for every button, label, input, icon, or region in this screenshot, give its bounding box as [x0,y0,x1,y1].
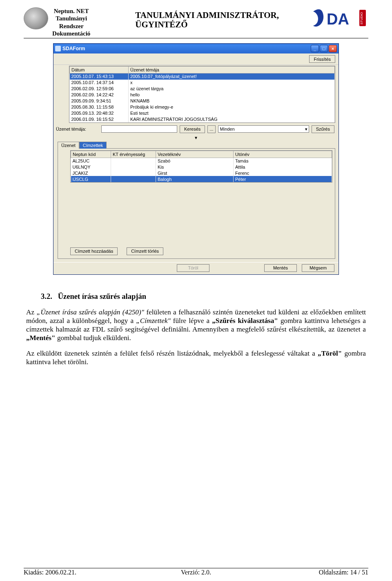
filter-select[interactable]: Minden [218,125,309,133]
cell-date: 2005.08.30. 11:15:58 [70,104,129,110]
section-heading: 3.2. Üzenet írása szűrés alapján [26,292,366,301]
svg-text:DA: DA [327,11,349,28]
cell-date: 2005.10.07. 15:43:13 [70,73,129,80]
cell-lastname: Szabó [156,158,234,164]
search-button[interactable]: Keresés [180,125,205,133]
cell-lastname: Balogh [156,176,234,182]
section-number: 3.2. [41,292,52,301]
filter-select-value: Minden [220,127,235,131]
tab-panel-recipients: Neptun kód KT érvényesség Vezetéknév Utó… [58,149,335,259]
table-row[interactable]: 2005.10.07. 14:37:14x [70,80,335,86]
cell-date: 2006.02.09. 12:59:06 [70,86,129,92]
table-row[interactable]: 2006.01.09. 16:15:52KARI ADMINISZTRÁTORI… [70,116,335,122]
cell-lastname: Kis [156,164,234,170]
cell-subject: Próbáljuk ki elmegy-e [129,104,335,110]
sda-logo: DA STUDIO [311,7,368,29]
search-input[interactable] [101,125,177,133]
toolbar: Frissítés [53,53,339,65]
header-title-line2: ÜGYINTÉZŐ [135,20,307,29]
app-logo-left [24,7,48,29]
table-row[interactable]: AL25UCSzabóTamás [71,158,332,164]
paragraph-1: Az „Üzenet írása szűrés alapján (4250)" … [26,308,366,343]
cell-kt [111,158,156,164]
table-row[interactable]: 2006.02.09. 14:22:42hello [70,92,335,98]
col-header-neptun[interactable]: Neptun kód [71,151,111,158]
window-title: SDAForm [62,46,311,51]
table-row[interactable]: 2005.08.30. 11:15:58Próbáljuk ki elmegy-… [70,104,335,110]
col-header-date[interactable]: Dátum [70,67,129,73]
maximize-button[interactable]: □ [320,45,328,52]
cell-firstname: Ferenc [234,170,332,176]
col-header-firstname[interactable]: Utónév [234,151,332,158]
cell-subject: KARI ADMINISZTRÁTORI JOGOSULTSÁG [129,116,335,122]
window-app-icon [55,46,61,51]
cell-neptun: AL25UC [71,158,111,164]
header-line3: Rendszer [52,22,90,30]
cell-neptun: IJSCLG [71,176,111,182]
cell-subject: x [129,80,335,86]
tab-message[interactable]: Üzenet [58,142,79,149]
cell-kt [111,170,156,176]
recipients-grid[interactable]: Neptun kód KT érvényesség Vezetéknév Utó… [70,150,332,183]
cell-subject: 2005.10.07_fotópályázat_üzenet! [129,73,335,80]
table-row[interactable]: U6LNQYKisAttila [71,164,332,170]
cell-firstname: Tamás [234,158,332,164]
cancel-button[interactable]: Mégsem [302,264,334,272]
footer-page-number: Oldalszám: 14 / 51 [254,569,368,576]
footer-version: Verzió: 2.0. [138,569,253,576]
table-row[interactable]: 2005.09.13. 20:48:32Esti teszt [70,110,335,116]
save-button[interactable]: Mentés [264,264,297,272]
cell-date: 2006.01.09. 16:15:52 [70,116,129,122]
footer-date: Kiadás: 2006.02.21. [24,569,138,576]
splitter-arrow-icon[interactable]: ▼ [53,136,339,141]
embedded-screenshot: SDAForm _ □ × Frissítés Dátum Üzenet tém… [53,43,339,275]
table-row[interactable]: IJSCLGBaloghPéter [71,176,332,182]
cell-subject: Esti teszt [129,110,335,116]
cell-date: 2005.10.07. 14:37:14 [70,80,129,86]
window-titlebar[interactable]: SDAForm _ □ × [53,44,339,53]
cell-date: 2005.09.09. 9:34:51 [70,98,129,104]
cell-firstname: Péter [234,176,332,182]
section-title: Üzenet írása szűrés alapján [58,292,146,301]
table-row[interactable]: 2005.09.09. 9:34:51NKNAMB [70,98,335,104]
close-button[interactable]: × [329,45,337,52]
tabs: Üzenet Címzettek [58,141,335,149]
cell-date: 2006.02.09. 14:22:42 [70,92,129,98]
cell-subject: az üzenet tárgya [129,86,335,92]
header-left-block: Neptun. NET Tanulmányi Rendszer Dokument… [52,7,90,37]
minimize-button[interactable]: _ [311,45,319,52]
cell-subject: hello [129,92,335,98]
cell-lastname: Girst [156,170,234,176]
header-title-line1: TANULMÁNYI ADMINISZTRÁTOR, [135,11,307,20]
col-header-lastname[interactable]: Vezetéknév [156,151,234,158]
tab-recipients[interactable]: Címzettek [79,142,107,149]
document-footer: Kiadás: 2006.02.21. Verzió: 2.0. Oldalsz… [24,568,368,576]
delete-button[interactable]: Töröl [177,264,209,272]
svg-text:STUDIO: STUDIO [360,12,363,24]
remove-recipient-button[interactable]: Címzett törlés [127,247,163,255]
table-row[interactable]: 2005.10.07. 15:43:132005.10.07_fotópályá… [70,73,335,80]
document-header: Neptun. NET Tanulmányi Rendszer Dokument… [24,7,368,38]
cell-firstname: Attila [234,164,332,170]
paragraph-2: Az elküldött üzenetek szintén a felület … [26,349,366,367]
header-line4: Dokumentáció [52,30,90,37]
table-row[interactable]: 2006.02.09. 12:59:06az üzenet tárgya [70,86,335,92]
col-header-subject[interactable]: Üzenet témája [129,67,335,73]
header-line2: Tanulmányi [52,15,90,22]
search-label: Üzenet témája: [56,127,99,131]
app-window: SDAForm _ □ × Frissítés Dátum Üzenet tém… [53,43,339,275]
cell-date: 2005.09.13. 20:48:32 [70,110,129,116]
messages-grid[interactable]: Dátum Üzenet témája 2005.10.07. 15:43:13… [69,66,335,123]
cell-subject: NKNAMB [129,98,335,104]
table-row[interactable]: JCAKIZGirstFerenc [71,170,332,176]
cell-kt [111,176,156,182]
refresh-button[interactable]: Frissítés [309,55,335,63]
filter-button[interactable]: Szűrés [312,125,334,133]
add-recipient-button[interactable]: Címzett hozzáadás [70,247,118,255]
search-row: Üzenet témája: Keresés ... Minden Szűrés [53,123,339,136]
col-header-kt[interactable]: KT érvényesség [111,151,156,158]
search-ellipsis-button[interactable]: ... [207,125,215,133]
cell-neptun: JCAKIZ [71,170,111,176]
cell-kt [111,164,156,170]
header-title-block: TANULMÁNYI ADMINISZTRÁTOR, ÜGYINTÉZŐ [94,7,307,29]
